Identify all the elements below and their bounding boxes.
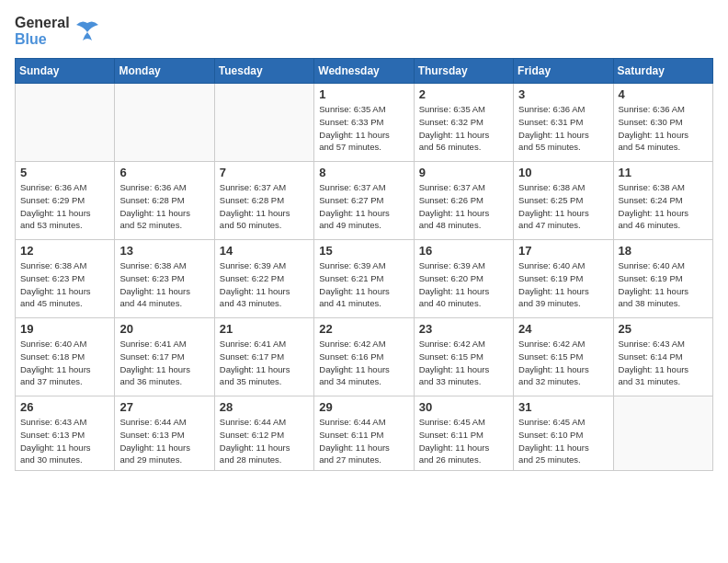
day-number: 27 <box>119 400 209 414</box>
calendar-cell: 13Sunrise: 6:38 AM Sunset: 6:23 PM Dayli… <box>115 240 214 318</box>
day-number: 8 <box>319 166 408 179</box>
day-number: 1 <box>319 87 408 101</box>
day-number: 17 <box>518 244 608 258</box>
day-header-thursday: Thursday <box>414 59 513 84</box>
day-number: 9 <box>419 166 508 179</box>
day-info: Sunrise: 6:37 AM Sunset: 6:26 PM Dayligh… <box>419 181 508 232</box>
day-number: 2 <box>419 87 508 101</box>
day-number: 29 <box>319 400 408 414</box>
day-info: Sunrise: 6:39 AM Sunset: 6:20 PM Dayligh… <box>419 259 508 310</box>
calendar-cell: 5Sunrise: 6:36 AM Sunset: 6:29 PM Daylig… <box>16 162 115 240</box>
day-info: Sunrise: 6:44 AM Sunset: 6:11 PM Dayligh… <box>319 416 408 466</box>
day-info: Sunrise: 6:37 AM Sunset: 6:27 PM Dayligh… <box>319 181 408 232</box>
calendar-cell: 15Sunrise: 6:39 AM Sunset: 6:21 PM Dayli… <box>314 240 414 318</box>
day-number: 28 <box>220 400 309 414</box>
day-number: 15 <box>319 244 408 258</box>
calendar-week-row: 1Sunrise: 6:35 AM Sunset: 6:33 PM Daylig… <box>16 84 713 162</box>
day-info: Sunrise: 6:44 AM Sunset: 6:13 PM Dayligh… <box>119 416 209 466</box>
day-info: Sunrise: 6:35 AM Sunset: 6:33 PM Dayligh… <box>319 103 408 154</box>
day-number: 7 <box>220 166 309 179</box>
day-info: Sunrise: 6:41 AM Sunset: 6:17 PM Dayligh… <box>220 338 309 388</box>
calendar-cell: 17Sunrise: 6:40 AM Sunset: 6:19 PM Dayli… <box>514 240 613 318</box>
calendar-cell <box>115 84 214 162</box>
logo-text: General Blue <box>15 15 70 47</box>
logo: General Blue <box>15 15 101 47</box>
day-number: 26 <box>20 400 109 414</box>
calendar-cell: 1Sunrise: 6:35 AM Sunset: 6:33 PM Daylig… <box>314 84 414 162</box>
day-number: 19 <box>20 322 109 336</box>
day-info: Sunrise: 6:41 AM Sunset: 6:17 PM Dayligh… <box>119 338 209 388</box>
day-info: Sunrise: 6:35 AM Sunset: 6:32 PM Dayligh… <box>419 103 508 154</box>
day-number: 23 <box>419 322 508 336</box>
calendar-cell: 31Sunrise: 6:45 AM Sunset: 6:10 PM Dayli… <box>514 396 613 471</box>
calendar-cell: 8Sunrise: 6:37 AM Sunset: 6:27 PM Daylig… <box>314 162 414 240</box>
day-info: Sunrise: 6:42 AM Sunset: 6:15 PM Dayligh… <box>419 338 508 388</box>
day-number: 10 <box>518 166 608 179</box>
calendar-week-row: 5Sunrise: 6:36 AM Sunset: 6:29 PM Daylig… <box>16 162 713 240</box>
day-info: Sunrise: 6:38 AM Sunset: 6:23 PM Dayligh… <box>20 259 109 310</box>
calendar-cell: 28Sunrise: 6:44 AM Sunset: 6:12 PM Dayli… <box>214 396 313 471</box>
day-number: 25 <box>619 322 708 336</box>
day-number: 11 <box>619 166 708 179</box>
day-info: Sunrise: 6:43 AM Sunset: 6:13 PM Dayligh… <box>20 416 109 466</box>
calendar-cell: 21Sunrise: 6:41 AM Sunset: 6:17 PM Dayli… <box>214 318 313 396</box>
logo-bird-icon <box>74 18 101 44</box>
day-header-saturday: Saturday <box>613 59 712 84</box>
day-number: 4 <box>619 87 708 101</box>
day-number: 24 <box>518 322 608 336</box>
calendar-cell: 27Sunrise: 6:44 AM Sunset: 6:13 PM Dayli… <box>115 396 214 471</box>
calendar-cell: 11Sunrise: 6:38 AM Sunset: 6:24 PM Dayli… <box>613 162 712 240</box>
day-info: Sunrise: 6:37 AM Sunset: 6:28 PM Dayligh… <box>220 181 309 232</box>
page-header: General Blue <box>15 15 713 47</box>
calendar-cell: 14Sunrise: 6:39 AM Sunset: 6:22 PM Dayli… <box>214 240 313 318</box>
calendar-cell: 25Sunrise: 6:43 AM Sunset: 6:14 PM Dayli… <box>613 318 712 396</box>
calendar-cell: 22Sunrise: 6:42 AM Sunset: 6:16 PM Dayli… <box>314 318 414 396</box>
calendar-cell: 30Sunrise: 6:45 AM Sunset: 6:11 PM Dayli… <box>414 396 513 471</box>
calendar-cell: 29Sunrise: 6:44 AM Sunset: 6:11 PM Dayli… <box>314 396 414 471</box>
day-info: Sunrise: 6:38 AM Sunset: 6:25 PM Dayligh… <box>518 181 608 232</box>
logo-general: General <box>15 15 70 31</box>
calendar-cell: 20Sunrise: 6:41 AM Sunset: 6:17 PM Dayli… <box>115 318 214 396</box>
calendar-cell: 9Sunrise: 6:37 AM Sunset: 6:26 PM Daylig… <box>414 162 513 240</box>
logo-blue: Blue <box>15 31 70 48</box>
day-header-friday: Friday <box>514 59 613 84</box>
calendar-cell: 23Sunrise: 6:42 AM Sunset: 6:15 PM Dayli… <box>414 318 513 396</box>
day-info: Sunrise: 6:44 AM Sunset: 6:12 PM Dayligh… <box>220 416 309 466</box>
day-info: Sunrise: 6:40 AM Sunset: 6:19 PM Dayligh… <box>619 259 708 310</box>
day-number: 13 <box>119 244 209 258</box>
day-number: 31 <box>518 400 608 414</box>
day-info: Sunrise: 6:40 AM Sunset: 6:19 PM Dayligh… <box>518 259 608 310</box>
calendar-cell: 6Sunrise: 6:36 AM Sunset: 6:28 PM Daylig… <box>115 162 214 240</box>
day-info: Sunrise: 6:39 AM Sunset: 6:22 PM Dayligh… <box>220 259 309 310</box>
day-number: 12 <box>20 244 109 258</box>
calendar-cell: 18Sunrise: 6:40 AM Sunset: 6:19 PM Dayli… <box>613 240 712 318</box>
calendar-cell: 12Sunrise: 6:38 AM Sunset: 6:23 PM Dayli… <box>16 240 115 318</box>
day-header-monday: Monday <box>115 59 214 84</box>
day-info: Sunrise: 6:36 AM Sunset: 6:28 PM Dayligh… <box>119 181 209 232</box>
day-number: 16 <box>419 244 508 258</box>
day-info: Sunrise: 6:45 AM Sunset: 6:11 PM Dayligh… <box>419 416 508 466</box>
day-header-sunday: Sunday <box>16 59 115 84</box>
day-info: Sunrise: 6:42 AM Sunset: 6:15 PM Dayligh… <box>518 338 608 388</box>
calendar-cell: 19Sunrise: 6:40 AM Sunset: 6:18 PM Dayli… <box>16 318 115 396</box>
day-number: 5 <box>20 166 109 179</box>
calendar-cell <box>16 84 115 162</box>
calendar-cell: 3Sunrise: 6:36 AM Sunset: 6:31 PM Daylig… <box>514 84 613 162</box>
day-info: Sunrise: 6:36 AM Sunset: 6:30 PM Dayligh… <box>619 103 708 154</box>
calendar-cell: 26Sunrise: 6:43 AM Sunset: 6:13 PM Dayli… <box>16 396 115 471</box>
day-info: Sunrise: 6:42 AM Sunset: 6:16 PM Dayligh… <box>319 338 408 388</box>
day-info: Sunrise: 6:38 AM Sunset: 6:24 PM Dayligh… <box>619 181 708 232</box>
day-info: Sunrise: 6:36 AM Sunset: 6:29 PM Dayligh… <box>20 181 109 232</box>
day-number: 21 <box>220 322 309 336</box>
calendar-cell: 10Sunrise: 6:38 AM Sunset: 6:25 PM Dayli… <box>514 162 613 240</box>
day-number: 30 <box>419 400 508 414</box>
day-header-wednesday: Wednesday <box>314 59 414 84</box>
calendar-week-row: 26Sunrise: 6:43 AM Sunset: 6:13 PM Dayli… <box>16 396 713 471</box>
calendar-cell: 7Sunrise: 6:37 AM Sunset: 6:28 PM Daylig… <box>214 162 313 240</box>
calendar-header-row: SundayMondayTuesdayWednesdayThursdayFrid… <box>16 59 713 84</box>
day-number: 22 <box>319 322 408 336</box>
day-info: Sunrise: 6:40 AM Sunset: 6:18 PM Dayligh… <box>20 338 109 388</box>
day-info: Sunrise: 6:45 AM Sunset: 6:10 PM Dayligh… <box>518 416 608 466</box>
calendar-cell: 24Sunrise: 6:42 AM Sunset: 6:15 PM Dayli… <box>514 318 613 396</box>
day-number: 20 <box>119 322 209 336</box>
